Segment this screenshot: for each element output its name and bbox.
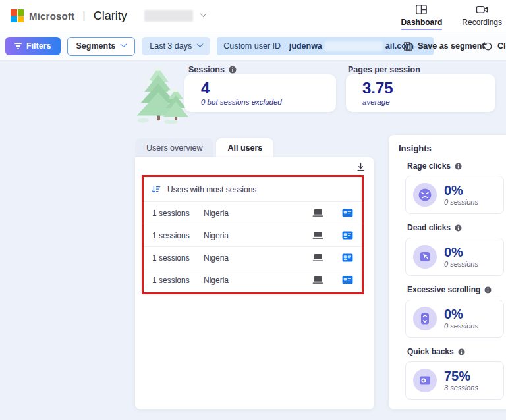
tab-recordings[interactable]: Recordings [461, 3, 503, 30]
tab-dashboard[interactable]: Dashboard [400, 3, 444, 30]
insight-quick-backs: Quick backs 75% 3 sessions [405, 347, 506, 400]
project-chevron-down-icon[interactable] [200, 11, 206, 17]
save-as-segment-button[interactable]: Save as segment [399, 41, 488, 52]
microsoft-logo-icon [11, 9, 24, 22]
sessions-metric-label: Sessions [188, 65, 237, 74]
row-sessions: 1 sessions [152, 231, 204, 240]
all-users-panel: Users with most sessions 1 sessions Nige… [135, 157, 374, 409]
segments-dropdown[interactable]: Segments [67, 37, 136, 56]
id-card-icon[interactable] [342, 209, 353, 217]
dashboard-label: Dashboard [401, 18, 443, 30]
excessive-scrolling-sessions: 0 sessions [444, 322, 478, 330]
row-sessions: 1 sessions [152, 253, 204, 263]
dead-clicks-card[interactable]: 0% 0 sessions [405, 238, 504, 276]
chip-redacted-segment [325, 41, 383, 51]
info-icon[interactable] [458, 348, 465, 355]
quick-backs-sessions: 3 sessions [444, 384, 478, 392]
table-header[interactable]: Users with most sessions [144, 177, 362, 201]
top-nav: Dashboard Recordings [400, 3, 503, 30]
dead-clicks-sessions: 0 sessions [444, 260, 478, 268]
filter-icon [14, 43, 22, 49]
id-card-icon[interactable] [342, 276, 353, 284]
chevron-down-icon [121, 41, 127, 47]
id-card-icon[interactable] [342, 231, 353, 240]
all-users-label: All users [227, 144, 262, 153]
quick-backs-label: Quick backs [407, 347, 454, 356]
users-overview-label: Users overview [146, 144, 202, 153]
excessive-scrolling-label: Excessive scrolling [407, 285, 480, 294]
dashboard-grid-icon [415, 3, 428, 16]
pages-per-session-metric-card: 3.75 average [346, 74, 495, 112]
table-row[interactable]: 1 sessions Nigeria [144, 269, 362, 291]
chevron-down-icon [197, 41, 204, 47]
laptop-icon [312, 231, 323, 240]
save-as-segment-label: Save as segment [418, 41, 484, 51]
row-country: Nigeria [204, 209, 312, 218]
info-icon[interactable] [455, 163, 462, 170]
quick-backs-value: 75% [444, 369, 478, 383]
top-bar: Microsoft | Clarity Dashboard Recordings [0, 0, 506, 32]
laptop-icon [312, 276, 323, 284]
microsoft-wordmark: Microsoft [29, 11, 74, 22]
undo-reset-icon [483, 41, 493, 51]
pages-per-session-metric-label: Pages per session [348, 65, 420, 74]
trees-illustration [132, 63, 188, 125]
id-card-icon[interactable] [342, 253, 353, 262]
brand-divider: | [82, 9, 85, 22]
insight-rage-clicks: Rage clicks 0% 0 sessions [405, 161, 506, 214]
insights-panel: Insights Rage clicks 0% 0 sessions Dead … [389, 135, 506, 409]
users-tab-bar: Users overview All users [135, 138, 273, 157]
sessions-metric-card: 4 0 bot sessions excluded [184, 74, 336, 112]
laptop-icon [312, 209, 323, 217]
download-button[interactable] [356, 162, 366, 174]
rage-clicks-sessions: 0 sessions [444, 198, 478, 206]
phone-scroll-icon [413, 307, 437, 330]
video-camera-icon [476, 3, 488, 16]
info-icon[interactable] [484, 286, 492, 294]
table-row[interactable]: 1 sessions Nigeria [144, 224, 362, 246]
filter-bar: Filters Segments Last 3 days Custom user… [0, 32, 506, 61]
quick-backs-card[interactable]: 75% 3 sessions [405, 361, 504, 400]
recordings-label: Recordings [462, 18, 502, 29]
excessive-scrolling-card[interactable]: 0% 0 sessions [405, 300, 504, 338]
insight-excessive-scrolling: Excessive scrolling 0% 0 sessions [405, 285, 506, 338]
row-country: Nigeria [204, 276, 312, 285]
users-sessions-table-highlighted: Users with most sessions 1 sessions Nige… [142, 175, 364, 294]
filters-button[interactable]: Filters [5, 37, 61, 55]
excessive-scrolling-value: 0% [444, 307, 478, 321]
insight-dead-clicks: Dead clicks 0% 0 sessions [405, 223, 506, 276]
info-icon[interactable] [455, 224, 462, 232]
clear-filters-button[interactable]: Cle [479, 41, 506, 52]
row-country: Nigeria [204, 231, 312, 240]
download-icon [356, 162, 366, 172]
dead-clicks-label: Dead clicks [407, 223, 451, 232]
pages-per-session-label-text: Pages per session [348, 65, 420, 74]
date-range-label: Last 3 days [150, 41, 192, 51]
tab-users-overview[interactable]: Users overview [135, 138, 213, 157]
chip-prefix: Custom user ID = [223, 41, 288, 51]
sessions-label-text: Sessions [188, 65, 225, 74]
rage-clicks-card[interactable]: 0% 0 sessions [405, 176, 504, 214]
table-row[interactable]: 1 sessions Nigeria [144, 246, 362, 269]
date-range-dropdown[interactable]: Last 3 days [142, 37, 210, 55]
rage-clicks-value: 0% [444, 184, 478, 197]
dead-clicks-value: 0% [444, 246, 478, 259]
filters-label: Filters [26, 41, 51, 51]
pages-per-session-subtext: average [362, 98, 495, 106]
project-name-redacted[interactable] [144, 10, 193, 22]
save-floppy-icon [403, 41, 413, 51]
row-country: Nigeria [204, 253, 312, 263]
sessions-value: 4 [201, 80, 336, 97]
insights-title: Insights [399, 144, 506, 153]
table-row[interactable]: 1 sessions Nigeria [144, 201, 362, 224]
pages-per-session-value: 3.75 [362, 80, 495, 97]
row-sessions: 1 sessions [152, 276, 204, 285]
rage-clicks-label: Rage clicks [407, 161, 451, 171]
row-sessions: 1 sessions [152, 209, 204, 218]
chip-user-start: judenwa [289, 41, 322, 51]
angry-face-icon [413, 183, 437, 207]
tab-all-users[interactable]: All users [216, 138, 273, 157]
table-header-label: Users with most sessions [167, 185, 256, 194]
sort-descending-icon [151, 184, 161, 195]
info-icon[interactable] [229, 66, 237, 74]
